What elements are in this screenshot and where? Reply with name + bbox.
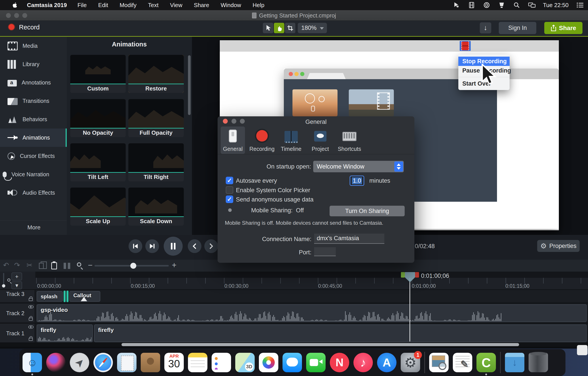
lock-icon[interactable] bbox=[29, 318, 33, 321]
pref-tab-recording[interactable]: Recording bbox=[250, 126, 274, 154]
sidebar-item-voice-narration[interactable]: Voice Narration bbox=[0, 165, 67, 184]
filmstrip-menu-icon[interactable] bbox=[468, 2, 475, 8]
autosave-minutes-input[interactable]: 1.0 bbox=[350, 176, 364, 186]
undo-button[interactable]: ↶ bbox=[3, 261, 9, 269]
track-3-header[interactable]: Track 3 bbox=[0, 290, 35, 302]
properties-button[interactable]: ⚙Properties bbox=[537, 240, 580, 252]
dock-icon-calendar[interactable]: APR30 bbox=[164, 353, 184, 372]
sidebar-item-annotations[interactable]: Annotations bbox=[0, 73, 67, 92]
animation-card-full-opacity[interactable]: Full Opacity bbox=[128, 99, 184, 137]
recorder-pointer-icon[interactable] bbox=[453, 2, 460, 8]
menu-item-help[interactable]: Help bbox=[252, 2, 264, 9]
autosave-checkbox[interactable]: ✓ bbox=[226, 177, 233, 184]
display-icon[interactable] bbox=[498, 2, 505, 8]
animation-card-restore[interactable]: Restore bbox=[128, 55, 184, 93]
track-height-slider[interactable] bbox=[3, 273, 4, 286]
track-1-header[interactable]: Track 1 bbox=[0, 324, 35, 342]
dock-icon-appstore[interactable]: A bbox=[377, 353, 397, 372]
pref-tab-general[interactable]: General bbox=[221, 126, 245, 154]
sidebar-item-media[interactable]: Media bbox=[0, 37, 67, 55]
dock-icon-maps[interactable]: 3D bbox=[235, 353, 255, 372]
lock-icon[interactable] bbox=[29, 298, 33, 301]
dock-icon-reminders[interactable] bbox=[212, 353, 231, 372]
control-center-list-icon[interactable] bbox=[576, 2, 584, 8]
pref-tab-project[interactable]: Project bbox=[308, 126, 332, 154]
split-button[interactable] bbox=[64, 263, 70, 269]
dock-icon-facetime[interactable] bbox=[306, 353, 326, 372]
sidebar-item-animations[interactable]: Animations bbox=[0, 129, 67, 147]
apple-icon[interactable] bbox=[11, 2, 18, 8]
pref-tab-shortcuts[interactable]: Shortcuts bbox=[337, 126, 362, 154]
animation-card-scale-down[interactable]: Scale Down bbox=[128, 188, 184, 226]
selection-bracket-left[interactable] bbox=[64, 291, 66, 302]
eye-icon[interactable] bbox=[28, 305, 33, 309]
selection-bracket-right[interactable] bbox=[66, 291, 68, 302]
zoom-in-button[interactable]: + bbox=[172, 261, 177, 270]
dock-icon-preview[interactable] bbox=[429, 353, 449, 372]
panel-scrollbar[interactable] bbox=[188, 55, 191, 115]
timeline-ruler[interactable]: 0:00:00;000:00:15;000:00:30;000:00:45;00… bbox=[35, 272, 588, 289]
menu-clock[interactable]: Tue 22:50 bbox=[543, 2, 568, 9]
sidebar-more[interactable]: More bbox=[0, 220, 67, 231]
airplay-displays-icon[interactable] bbox=[528, 2, 536, 8]
sidebar-item-transitions[interactable]: Transitions bbox=[0, 92, 67, 110]
dock-icon-trash[interactable] bbox=[529, 353, 548, 372]
animation-card-custom[interactable]: Custom bbox=[70, 55, 126, 93]
jump-forward-button[interactable] bbox=[204, 239, 218, 253]
port-input[interactable] bbox=[314, 247, 336, 256]
zoom-out-button[interactable]: − bbox=[88, 261, 93, 270]
color-picker-checkbox[interactable]: ✓ bbox=[226, 186, 233, 194]
startup-select[interactable]: Welcome Window bbox=[313, 161, 404, 172]
paste-button[interactable] bbox=[51, 262, 57, 269]
recorder-filmstrip-icon[interactable] bbox=[460, 41, 471, 51]
animation-card-tilt-left[interactable]: Tilt Left bbox=[70, 143, 126, 181]
dock-icon-news[interactable]: N bbox=[330, 353, 349, 372]
track-2-header[interactable]: Track 2 bbox=[0, 303, 35, 322]
clip-firefly-2[interactable]: firefly bbox=[94, 324, 587, 342]
zoom-slider-knob[interactable] bbox=[130, 263, 136, 269]
pref-tab-timeline[interactable]: Timeline bbox=[279, 126, 303, 154]
record-button[interactable]: Record bbox=[19, 24, 40, 31]
turn-on-sharing-button[interactable]: Turn On Sharing bbox=[330, 206, 405, 216]
menu-item-view[interactable]: View bbox=[170, 2, 182, 9]
clip-splash[interactable]: splash bbox=[37, 291, 63, 302]
lock-icon[interactable] bbox=[29, 338, 33, 341]
dock-icon-photos[interactable] bbox=[259, 353, 278, 372]
dock-icon-downloads[interactable]: ↓ bbox=[505, 353, 524, 372]
dock-icon-finder[interactable]: ☺ bbox=[22, 353, 42, 372]
copy-button[interactable] bbox=[39, 263, 44, 269]
playhead-out-handle[interactable] bbox=[415, 272, 419, 277]
dock-icon-camtasia[interactable]: C bbox=[476, 353, 496, 372]
menu-item-window[interactable]: Window bbox=[221, 2, 241, 9]
dock-icon-notes[interactable] bbox=[188, 353, 207, 372]
dock-icon-sysprefs[interactable]: ⚙1 bbox=[401, 353, 420, 372]
previous-frame-button[interactable] bbox=[128, 239, 142, 253]
dock-icon-contacts[interactable] bbox=[141, 353, 160, 372]
collapse-tracks-button[interactable]: ▾ bbox=[11, 281, 22, 289]
dock-icon-launchpad[interactable]: ➤ bbox=[70, 353, 89, 372]
animation-card-tilt-right[interactable]: Tilt Right bbox=[128, 143, 184, 181]
sign-in-button[interactable]: Sign In bbox=[499, 22, 536, 34]
share-button[interactable]: Share bbox=[544, 22, 582, 34]
menu-item-edit[interactable]: Edit bbox=[98, 2, 108, 9]
jump-back-button[interactable] bbox=[188, 239, 201, 253]
canvas-zoom-dropdown[interactable]: 180% bbox=[298, 23, 327, 33]
onepassword-icon[interactable] bbox=[483, 2, 490, 8]
eye-icon[interactable] bbox=[28, 325, 33, 329]
pause-button[interactable] bbox=[164, 237, 183, 256]
dock-icon-music[interactable]: ♪ bbox=[353, 353, 373, 372]
connection-name-input[interactable]: dmx's Camtasia bbox=[314, 233, 384, 244]
crop-tool-button[interactable] bbox=[285, 23, 295, 33]
sidebar-item-behaviors[interactable]: Behaviors bbox=[0, 110, 67, 129]
dock-icon-textedit[interactable]: ✎ bbox=[453, 353, 472, 372]
clip-callout[interactable]: Callout bbox=[69, 291, 100, 302]
menu-item-share[interactable]: Share bbox=[194, 2, 209, 9]
dock-icon-safari[interactable] bbox=[94, 353, 113, 372]
menu-app-name[interactable]: Camtasia 2019 bbox=[27, 2, 67, 9]
menu-item-text[interactable]: Text bbox=[148, 2, 158, 9]
download-button[interactable]: ↓ bbox=[480, 22, 491, 33]
usage-data-checkbox[interactable]: ✓ bbox=[226, 196, 233, 203]
cut-button[interactable]: ✂ bbox=[27, 261, 32, 269]
animation-card-scale-up[interactable]: Scale Up bbox=[70, 188, 126, 226]
pan-tool-button[interactable] bbox=[274, 23, 284, 33]
